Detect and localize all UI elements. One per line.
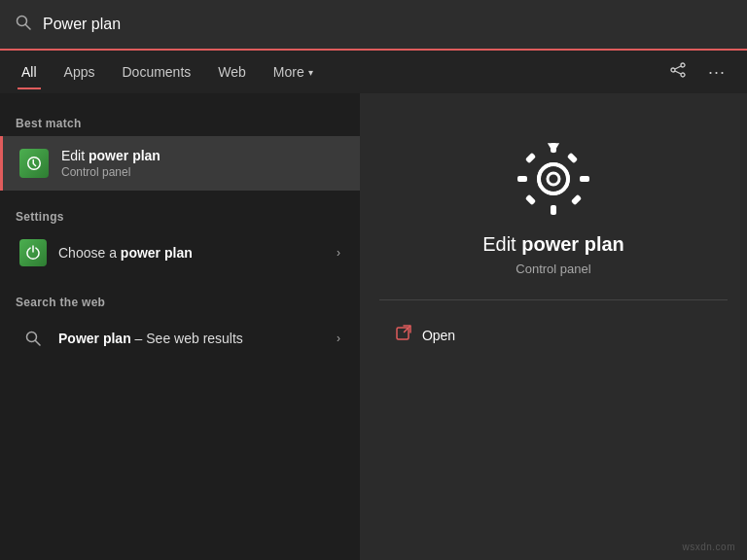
main-content: Best match Edit power plan Control panel… [0,93,747,560]
best-match-subtitle: Control panel [61,165,160,179]
tab-web[interactable]: Web [204,56,260,88]
web-item-left: Power plan – See web results [19,325,243,352]
right-panel-divider [379,299,728,300]
settings-power-icon [19,239,47,266]
nav-actions: ··· [663,57,739,87]
settings-item-left: Choose a power plan [19,239,193,266]
web-search-icon [19,325,47,352]
more-options-icon[interactable]: ··· [702,58,731,87]
search-input[interactable] [43,16,731,33]
share-icon[interactable] [663,57,693,87]
right-panel-title: Edit power plan [482,233,624,256]
svg-rect-11 [551,143,556,153]
svg-point-4 [681,73,685,77]
search-bar [0,0,747,51]
settings-label: Settings [0,202,360,229]
power-plan-icon [18,148,50,179]
chevron-right-icon: › [337,246,340,260]
tab-all[interactable]: All [8,56,51,88]
svg-line-8 [36,341,41,346]
svg-point-3 [671,68,675,72]
svg-rect-14 [580,176,589,182]
nav-tabs: All Apps Documents Web More ▾ ··· [0,51,747,93]
svg-line-6 [675,71,681,74]
web-search-label: Search the web [0,288,360,315]
open-icon [395,324,412,346]
web-item-text: Power plan – See web results [58,331,243,346]
settings-list-item[interactable]: Choose a power plan › [4,229,356,276]
chevron-down-icon: ▾ [308,67,313,78]
right-panel-subtitle: Control panel [516,262,590,276]
tab-apps[interactable]: Apps [51,56,109,88]
search-icon [16,15,31,34]
tab-more[interactable]: More ▾ [260,56,327,88]
svg-rect-13 [517,176,527,182]
gear-icon-large [515,140,592,218]
watermark: wsxdn.com [682,542,735,552]
best-match-item[interactable]: Edit power plan Control panel [0,136,360,191]
best-match-title: Edit power plan [61,148,160,163]
settings-item-text: Choose a power plan [58,245,193,261]
web-chevron-icon: › [337,332,340,345]
best-match-label: Best match [0,109,360,136]
svg-point-2 [681,63,685,67]
open-label: Open [422,328,455,343]
web-search-item[interactable]: Power plan – See web results › [4,315,356,362]
open-button[interactable]: Open [379,316,728,354]
right-panel: Edit power plan Control panel Open [360,93,747,560]
svg-rect-12 [551,205,556,215]
svg-line-1 [26,25,31,30]
svg-line-5 [675,66,681,69]
tab-documents[interactable]: Documents [108,56,204,88]
best-match-text: Edit power plan Control panel [61,148,160,179]
left-panel: Best match Edit power plan Control panel… [0,93,360,560]
